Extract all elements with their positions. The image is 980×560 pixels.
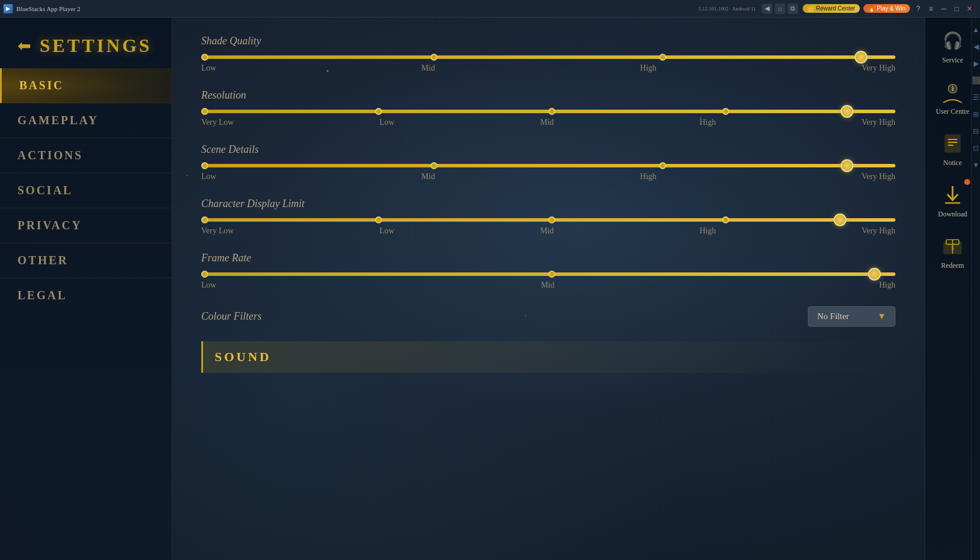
resolution-thumb[interactable] xyxy=(841,105,853,118)
right-panel-user-centre[interactable]: ℹ User Centre xyxy=(931,72,975,123)
service-icon: 🎧 xyxy=(940,27,966,54)
scroll-icon-5[interactable]: ⊞ xyxy=(971,108,980,121)
shade-quality-track-container[interactable] xyxy=(201,55,895,59)
scroll-icon-3[interactable]: ⬛ xyxy=(970,74,981,88)
menu-button[interactable]: ≡ xyxy=(926,4,936,13)
scene-high: High xyxy=(640,172,656,181)
scroll-down-icon[interactable]: ▼ xyxy=(970,159,980,172)
frame-rate-track-container[interactable] xyxy=(201,272,895,276)
fr-high: High xyxy=(879,281,895,290)
scroll-icon-2[interactable]: ▶ xyxy=(971,57,981,71)
back-arrow-icon[interactable]: ⬅ xyxy=(18,36,31,55)
shade-quality-track xyxy=(201,55,895,59)
scroll-icon-4[interactable]: ☰ xyxy=(971,91,981,104)
help-button[interactable]: ? xyxy=(914,4,923,13)
scene-dot-0 xyxy=(201,162,208,169)
char-dot-2 xyxy=(548,216,555,223)
titlebar: ▶ BlueStacks App Player 2 5.12.101.1002 … xyxy=(0,0,980,18)
resolution-track-container[interactable] xyxy=(201,110,895,113)
char-dot-1 xyxy=(375,216,382,223)
res-mid: Mid xyxy=(540,118,554,127)
scene-details-track-container[interactable] xyxy=(201,164,895,167)
character-display-thumb[interactable] xyxy=(834,214,846,226)
res-dot-0 xyxy=(201,108,208,115)
right-panel-notice[interactable]: Notice xyxy=(931,123,975,174)
frame-rate-section: Frame Rate Low Mid High xyxy=(201,252,895,290)
settings-title: SETTINGS xyxy=(40,35,152,57)
crown-icon: 👑 xyxy=(807,5,814,12)
scroll-icon-1[interactable]: ◀ xyxy=(971,40,981,54)
sidebar-item-social[interactable]: SOCIAL xyxy=(0,173,172,208)
sidebar-item-actions[interactable]: ACTIONS xyxy=(0,138,172,173)
scene-mid: Mid xyxy=(421,172,435,181)
redeem-label: Redeem xyxy=(941,261,964,270)
close-button[interactable]: ✕ xyxy=(965,4,974,13)
scene-dot-2 xyxy=(659,162,666,169)
resolution-label: Resolution xyxy=(201,89,895,102)
scroll-up-icon[interactable]: ▲ xyxy=(970,23,980,37)
shade-dot-high xyxy=(659,54,666,61)
scene-dot-1 xyxy=(430,162,438,169)
reward-center-button[interactable]: 👑 Reward Center xyxy=(803,4,860,13)
shade-quality-label: Shade Quality xyxy=(201,35,895,47)
resolution-labels: Very Low Low Mid High Very High xyxy=(201,118,895,127)
right-panel-redeem[interactable]: $ Redeem xyxy=(931,226,975,277)
shade-quality-section: Shade Quality Low Mid High Very High xyxy=(201,35,895,73)
character-display-label: Character Display Limit xyxy=(201,198,895,210)
fr-low: Low xyxy=(201,281,216,290)
play-win-button[interactable]: 🔥 Play & Win xyxy=(863,4,910,13)
app-icon: ▶ xyxy=(4,4,13,13)
maximize-button[interactable]: □ xyxy=(952,4,961,13)
shade-quality-labels: Low Mid High Very High xyxy=(201,64,895,73)
char-dot-3 xyxy=(722,216,729,223)
notice-icon xyxy=(940,130,966,156)
scene-details-label: Scene Details xyxy=(201,144,895,156)
res-dot-2 xyxy=(548,108,555,115)
fr-dot-0 xyxy=(201,271,208,278)
sidebar-item-privacy[interactable]: PRIVACY xyxy=(0,208,172,243)
app-title: BlueStacks App Player 2 xyxy=(16,5,698,12)
scene-very-high: Very High xyxy=(862,172,895,181)
char-very-low: Very Low xyxy=(201,226,234,236)
svg-text:ℹ: ℹ xyxy=(951,85,954,93)
dropdown-arrow-icon: ▼ xyxy=(877,312,886,321)
shade-dot-mid xyxy=(430,54,438,61)
char-mid: Mid xyxy=(540,226,554,236)
character-display-labels: Very Low Low Mid High Very High xyxy=(201,226,895,236)
sidebar-item-gameplay[interactable]: GAMEPLAY xyxy=(0,103,172,138)
right-panel-service[interactable]: 🎧 Service xyxy=(931,20,975,72)
main-layout: ⬅ SETTINGS BASIC GAMEPLAY ACTIONS SOCIAL… xyxy=(0,18,980,560)
colour-filters-select[interactable]: No Filter ▼ xyxy=(808,306,895,327)
back-button[interactable]: ◀ xyxy=(762,4,772,14)
minimize-button[interactable]: ─ xyxy=(939,4,949,13)
svg-text:$: $ xyxy=(951,245,954,251)
res-high: High xyxy=(699,118,716,127)
home-button[interactable]: ⌂ xyxy=(775,4,785,14)
frame-rate-labels: Low Mid High xyxy=(201,281,895,290)
sidebar-item-basic[interactable]: BASIC xyxy=(0,68,172,103)
fr-dot-1 xyxy=(548,271,555,278)
sidebar-item-legal[interactable]: LEGAL xyxy=(0,278,172,313)
character-display-track-container[interactable] xyxy=(201,218,895,222)
char-low: Low xyxy=(379,226,394,236)
res-low: Low xyxy=(379,118,394,127)
sidebar: ⬅ SETTINGS BASIC GAMEPLAY ACTIONS SOCIAL… xyxy=(0,18,172,560)
scroll-strip: ▲ ◀ ▶ ⬛ ☰ ⊞ ⊟ ⊡ ▼ xyxy=(971,18,980,560)
redeem-icon: $ xyxy=(940,233,966,259)
nav-controls: ◀ ⌂ ⧉ xyxy=(762,4,798,14)
sidebar-item-other[interactable]: OTHER xyxy=(0,243,172,278)
frame-rate-thumb[interactable] xyxy=(868,268,881,281)
copy-button[interactable]: ⧉ xyxy=(788,4,798,14)
resolution-track xyxy=(201,110,895,113)
right-panel-download[interactable]: Download xyxy=(931,174,975,226)
char-high: High xyxy=(699,226,716,236)
shade-quality-thumb[interactable] xyxy=(855,51,867,64)
flame-icon: 🔥 xyxy=(868,5,875,12)
shade-low: Low xyxy=(201,64,216,73)
scene-details-section: Scene Details Low Mid High Very High xyxy=(201,144,895,181)
scene-details-thumb[interactable] xyxy=(841,159,853,172)
colour-filter-value: No Filter xyxy=(817,312,849,321)
scroll-icon-6[interactable]: ⊟ xyxy=(971,125,980,138)
shade-high: High xyxy=(640,64,656,73)
scroll-icon-7[interactable]: ⊡ xyxy=(971,142,980,155)
